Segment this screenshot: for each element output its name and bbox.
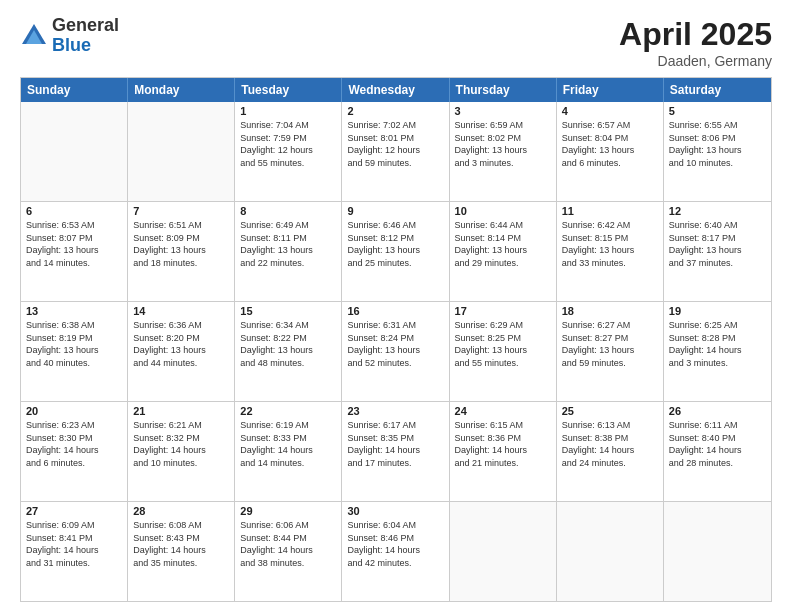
day-info: Sunrise: 6:09 AM Sunset: 8:41 PM Dayligh… xyxy=(26,519,122,569)
cal-header-monday: Monday xyxy=(128,78,235,102)
cal-cell xyxy=(557,502,664,601)
day-info: Sunrise: 6:31 AM Sunset: 8:24 PM Dayligh… xyxy=(347,319,443,369)
cal-cell: 18Sunrise: 6:27 AM Sunset: 8:27 PM Dayli… xyxy=(557,302,664,401)
header: General Blue April 2025 Daaden, Germany xyxy=(20,16,772,69)
cal-cell xyxy=(664,502,771,601)
day-info: Sunrise: 6:53 AM Sunset: 8:07 PM Dayligh… xyxy=(26,219,122,269)
day-info: Sunrise: 6:19 AM Sunset: 8:33 PM Dayligh… xyxy=(240,419,336,469)
day-info: Sunrise: 6:17 AM Sunset: 8:35 PM Dayligh… xyxy=(347,419,443,469)
cal-cell: 4Sunrise: 6:57 AM Sunset: 8:04 PM Daylig… xyxy=(557,102,664,201)
cal-cell: 10Sunrise: 6:44 AM Sunset: 8:14 PM Dayli… xyxy=(450,202,557,301)
day-number: 8 xyxy=(240,205,336,217)
cal-cell: 29Sunrise: 6:06 AM Sunset: 8:44 PM Dayli… xyxy=(235,502,342,601)
day-info: Sunrise: 6:04 AM Sunset: 8:46 PM Dayligh… xyxy=(347,519,443,569)
day-info: Sunrise: 6:44 AM Sunset: 8:14 PM Dayligh… xyxy=(455,219,551,269)
calendar: SundayMondayTuesdayWednesdayThursdayFrid… xyxy=(20,77,772,602)
day-number: 14 xyxy=(133,305,229,317)
day-number: 11 xyxy=(562,205,658,217)
day-info: Sunrise: 6:57 AM Sunset: 8:04 PM Dayligh… xyxy=(562,119,658,169)
logo-blue-text: Blue xyxy=(52,35,91,55)
cal-header-wednesday: Wednesday xyxy=(342,78,449,102)
cal-cell: 5Sunrise: 6:55 AM Sunset: 8:06 PM Daylig… xyxy=(664,102,771,201)
calendar-body: 1Sunrise: 7:04 AM Sunset: 7:59 PM Daylig… xyxy=(21,102,771,601)
cal-cell: 16Sunrise: 6:31 AM Sunset: 8:24 PM Dayli… xyxy=(342,302,449,401)
day-number: 3 xyxy=(455,105,551,117)
logo: General Blue xyxy=(20,16,119,56)
day-number: 10 xyxy=(455,205,551,217)
day-info: Sunrise: 6:36 AM Sunset: 8:20 PM Dayligh… xyxy=(133,319,229,369)
cal-cell: 22Sunrise: 6:19 AM Sunset: 8:33 PM Dayli… xyxy=(235,402,342,501)
cal-cell xyxy=(128,102,235,201)
cal-cell: 14Sunrise: 6:36 AM Sunset: 8:20 PM Dayli… xyxy=(128,302,235,401)
day-number: 17 xyxy=(455,305,551,317)
location: Daaden, Germany xyxy=(619,53,772,69)
cal-cell: 28Sunrise: 6:08 AM Sunset: 8:43 PM Dayli… xyxy=(128,502,235,601)
day-info: Sunrise: 6:11 AM Sunset: 8:40 PM Dayligh… xyxy=(669,419,766,469)
day-info: Sunrise: 7:04 AM Sunset: 7:59 PM Dayligh… xyxy=(240,119,336,169)
day-info: Sunrise: 6:59 AM Sunset: 8:02 PM Dayligh… xyxy=(455,119,551,169)
cal-cell xyxy=(450,502,557,601)
day-info: Sunrise: 6:51 AM Sunset: 8:09 PM Dayligh… xyxy=(133,219,229,269)
cal-cell xyxy=(21,102,128,201)
day-number: 15 xyxy=(240,305,336,317)
cal-header-thursday: Thursday xyxy=(450,78,557,102)
logo-general-text: General xyxy=(52,15,119,35)
day-number: 25 xyxy=(562,405,658,417)
day-info: Sunrise: 7:02 AM Sunset: 8:01 PM Dayligh… xyxy=(347,119,443,169)
cal-cell: 24Sunrise: 6:15 AM Sunset: 8:36 PM Dayli… xyxy=(450,402,557,501)
cal-cell: 17Sunrise: 6:29 AM Sunset: 8:25 PM Dayli… xyxy=(450,302,557,401)
cal-cell: 27Sunrise: 6:09 AM Sunset: 8:41 PM Dayli… xyxy=(21,502,128,601)
day-number: 27 xyxy=(26,505,122,517)
day-info: Sunrise: 6:13 AM Sunset: 8:38 PM Dayligh… xyxy=(562,419,658,469)
cal-header-friday: Friday xyxy=(557,78,664,102)
day-info: Sunrise: 6:46 AM Sunset: 8:12 PM Dayligh… xyxy=(347,219,443,269)
cal-cell: 20Sunrise: 6:23 AM Sunset: 8:30 PM Dayli… xyxy=(21,402,128,501)
cal-cell: 3Sunrise: 6:59 AM Sunset: 8:02 PM Daylig… xyxy=(450,102,557,201)
cal-cell: 1Sunrise: 7:04 AM Sunset: 7:59 PM Daylig… xyxy=(235,102,342,201)
page: General Blue April 2025 Daaden, Germany … xyxy=(0,0,792,612)
day-info: Sunrise: 6:34 AM Sunset: 8:22 PM Dayligh… xyxy=(240,319,336,369)
cal-week-4: 20Sunrise: 6:23 AM Sunset: 8:30 PM Dayli… xyxy=(21,401,771,501)
cal-cell: 23Sunrise: 6:17 AM Sunset: 8:35 PM Dayli… xyxy=(342,402,449,501)
cal-header-sunday: Sunday xyxy=(21,78,128,102)
cal-cell: 9Sunrise: 6:46 AM Sunset: 8:12 PM Daylig… xyxy=(342,202,449,301)
day-info: Sunrise: 6:38 AM Sunset: 8:19 PM Dayligh… xyxy=(26,319,122,369)
day-number: 21 xyxy=(133,405,229,417)
day-info: Sunrise: 6:08 AM Sunset: 8:43 PM Dayligh… xyxy=(133,519,229,569)
day-number: 18 xyxy=(562,305,658,317)
day-info: Sunrise: 6:27 AM Sunset: 8:27 PM Dayligh… xyxy=(562,319,658,369)
day-number: 26 xyxy=(669,405,766,417)
cal-week-1: 1Sunrise: 7:04 AM Sunset: 7:59 PM Daylig… xyxy=(21,102,771,201)
cal-cell: 25Sunrise: 6:13 AM Sunset: 8:38 PM Dayli… xyxy=(557,402,664,501)
day-number: 20 xyxy=(26,405,122,417)
month-title: April 2025 xyxy=(619,16,772,53)
day-number: 19 xyxy=(669,305,766,317)
logo-text: General Blue xyxy=(52,16,119,56)
day-info: Sunrise: 6:25 AM Sunset: 8:28 PM Dayligh… xyxy=(669,319,766,369)
cal-week-5: 27Sunrise: 6:09 AM Sunset: 8:41 PM Dayli… xyxy=(21,501,771,601)
day-number: 28 xyxy=(133,505,229,517)
day-number: 5 xyxy=(669,105,766,117)
cal-cell: 19Sunrise: 6:25 AM Sunset: 8:28 PM Dayli… xyxy=(664,302,771,401)
day-number: 30 xyxy=(347,505,443,517)
day-number: 23 xyxy=(347,405,443,417)
cal-week-3: 13Sunrise: 6:38 AM Sunset: 8:19 PM Dayli… xyxy=(21,301,771,401)
day-info: Sunrise: 6:23 AM Sunset: 8:30 PM Dayligh… xyxy=(26,419,122,469)
cal-week-2: 6Sunrise: 6:53 AM Sunset: 8:07 PM Daylig… xyxy=(21,201,771,301)
cal-cell: 7Sunrise: 6:51 AM Sunset: 8:09 PM Daylig… xyxy=(128,202,235,301)
day-number: 22 xyxy=(240,405,336,417)
day-number: 16 xyxy=(347,305,443,317)
cal-cell: 6Sunrise: 6:53 AM Sunset: 8:07 PM Daylig… xyxy=(21,202,128,301)
day-info: Sunrise: 6:29 AM Sunset: 8:25 PM Dayligh… xyxy=(455,319,551,369)
title-block: April 2025 Daaden, Germany xyxy=(619,16,772,69)
day-number: 29 xyxy=(240,505,336,517)
cal-header-saturday: Saturday xyxy=(664,78,771,102)
cal-cell: 21Sunrise: 6:21 AM Sunset: 8:32 PM Dayli… xyxy=(128,402,235,501)
day-number: 9 xyxy=(347,205,443,217)
day-number: 24 xyxy=(455,405,551,417)
day-number: 12 xyxy=(669,205,766,217)
day-info: Sunrise: 6:21 AM Sunset: 8:32 PM Dayligh… xyxy=(133,419,229,469)
day-info: Sunrise: 6:40 AM Sunset: 8:17 PM Dayligh… xyxy=(669,219,766,269)
cal-cell: 12Sunrise: 6:40 AM Sunset: 8:17 PM Dayli… xyxy=(664,202,771,301)
logo-icon xyxy=(20,22,48,50)
